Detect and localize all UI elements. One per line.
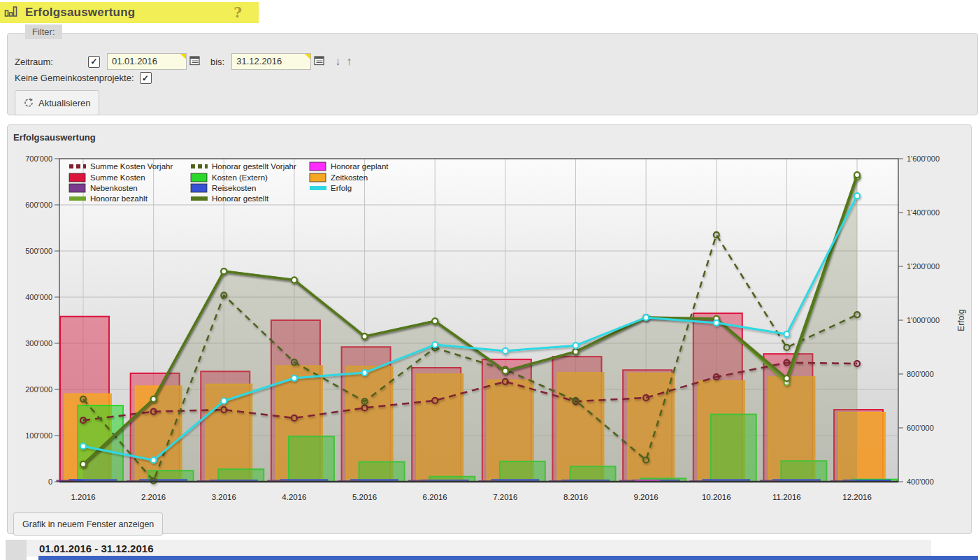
svg-text:Summe Kosten: Summe Kosten (90, 173, 145, 182)
zeitraum-checkbox[interactable]: ✓ (88, 56, 100, 68)
filter-legend: Filter: (25, 24, 62, 39)
footer-corner-block (6, 540, 27, 560)
x-axis-label: 3.2016 (212, 493, 236, 501)
bis-label: bis: (210, 57, 224, 67)
x-axis-label: 9.2016 (634, 493, 659, 501)
chart-panel: Erfolgsauswertung 0100'000200'000300'000… (7, 124, 972, 534)
x-axis-label: 8.2016 (563, 493, 588, 501)
tooltip-corner-icon (305, 54, 310, 59)
x-axis-label: 7.2016 (493, 493, 517, 501)
bar-chart-icon (4, 5, 18, 20)
x-axis-label: 5.2016 (352, 493, 377, 501)
date-from-value: 01.01.2016 (112, 56, 157, 66)
legend-item-honorar-geplant: Honorar geplant (310, 162, 389, 171)
legend-item-reisekosten: Reisekosten (191, 184, 256, 192)
keine-gemeinkosten-checkbox[interactable]: ✓ (140, 72, 152, 84)
svg-text:0: 0 (48, 478, 52, 486)
help-icon[interactable]: ? (233, 4, 242, 21)
date-to-field[interactable]: 31.12.2016 (231, 53, 311, 70)
open-in-new-window-button[interactable]: Grafik in neuem Fenster anzeigen (13, 512, 163, 536)
period-heading-strip: 01.01.2016 - 31.12.2016 (27, 540, 931, 557)
sort-down-icon[interactable]: ↓ (335, 55, 340, 68)
legend-item-kosten-extern-: Kosten (Extern) (191, 173, 268, 182)
page-title-bar: Erfolgsauswertung ? (0, 2, 259, 23)
date-to-value: 31.12.2016 (236, 56, 282, 66)
x-axis-label: 2.2016 (141, 493, 166, 501)
svg-text:Honorar gestellt Vorjahr: Honorar gestellt Vorjahr (212, 162, 296, 171)
x-axis-label: 12.2016 (842, 493, 872, 501)
svg-text:Nebenkosten: Nebenkosten (90, 184, 138, 192)
zeitraum-label: Zeitraum: (15, 57, 88, 67)
svg-text:1'400'000: 1'400'000 (907, 208, 940, 217)
svg-text:600'000: 600'000 (907, 424, 934, 432)
legend-item-nebenkosten: Nebenkosten (69, 184, 138, 192)
tooltip-corner-icon (180, 54, 186, 59)
legend-item-zeitkosten: Zeitkosten (310, 173, 368, 182)
svg-text:300'000: 300'000 (25, 339, 52, 347)
svg-text:Reisekosten: Reisekosten (212, 184, 256, 192)
svg-text:Summe Kosten Vorjahr: Summe Kosten Vorjahr (90, 162, 173, 171)
svg-text:1'200'000: 1'200'000 (907, 262, 940, 271)
sort-up-icon[interactable]: ↑ (346, 55, 352, 68)
x-axis-label: 11.2016 (772, 493, 801, 501)
svg-text:500'000: 500'000 (25, 247, 52, 255)
refresh-icon (24, 98, 34, 108)
svg-text:Honorar gestellt: Honorar gestellt (212, 194, 269, 203)
x-axis-label: 1.2016 (71, 493, 95, 501)
calendar-icon[interactable] (189, 55, 201, 68)
table-header-strip (38, 556, 978, 560)
keine-gemeinkosten-label: Keine Gemeinkostenprojekte: (15, 73, 134, 83)
right-axis-title: Erfolg (956, 309, 966, 331)
legend-item-summe-kosten: Summe Kosten (69, 173, 145, 182)
page-title: Erfolgsauswertung (25, 6, 135, 20)
svg-text:200'000: 200'000 (25, 385, 52, 394)
calendar-icon[interactable] (314, 55, 325, 68)
svg-text:400'000: 400'000 (907, 478, 934, 486)
period-heading: 01.01.2016 - 31.12.2016 (39, 543, 153, 554)
svg-text:400'000: 400'000 (25, 293, 52, 301)
filter-panel: Filter: Zeitraum: ✓ 01.01.2016 bis: 31.1… (7, 33, 978, 115)
svg-text:700'000: 700'000 (25, 155, 52, 163)
svg-text:1'600'000: 1'600'000 (907, 155, 940, 163)
svg-text:Zeitkosten: Zeitkosten (331, 173, 368, 182)
x-axis-label: 10.2016 (702, 493, 731, 501)
svg-text:600'000: 600'000 (25, 201, 52, 209)
aktualisieren-label: Aktualisieren (38, 98, 90, 108)
erfolgsauswertung-chart: 0100'000200'000300'000400'000500'000600'… (8, 148, 971, 511)
svg-text:Honorar bezahlt: Honorar bezahlt (90, 194, 148, 203)
chart-title: Erfolgsauswertung (13, 132, 96, 143)
x-axis-label: 4.2016 (282, 493, 306, 501)
svg-text:Kosten (Extern): Kosten (Extern) (212, 173, 268, 182)
svg-text:800'000: 800'000 (907, 370, 934, 378)
svg-text:Honorar geplant: Honorar geplant (331, 162, 389, 171)
svg-text:100'000: 100'000 (25, 431, 52, 440)
svg-text:1'000'000: 1'000'000 (907, 316, 940, 324)
svg-text:Erfolg: Erfolg (331, 184, 352, 192)
aktualisieren-button[interactable]: Aktualisieren (15, 90, 99, 115)
date-from-field[interactable]: 01.01.2016 (107, 53, 187, 70)
x-axis-label: 6.2016 (423, 493, 447, 501)
